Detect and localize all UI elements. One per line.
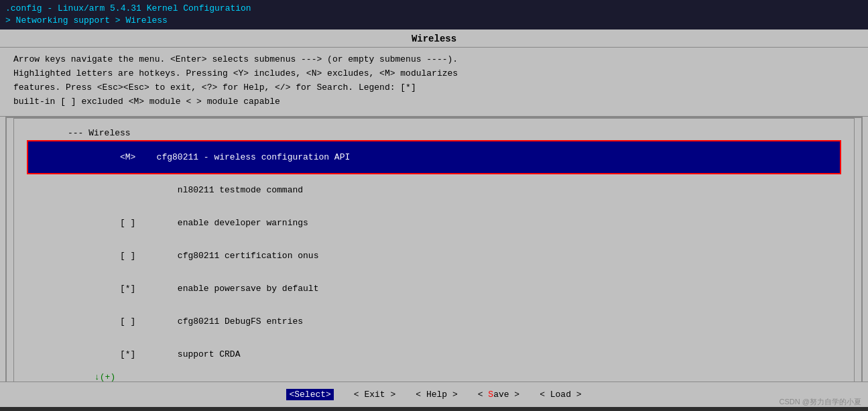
menu-item-text: [*] support CRDA (120, 349, 240, 359)
title-line1: .config - Linux/arm 5.4.31 Kernel Config… (5, 3, 863, 15)
menu-item-text: [ ] cfg80211 certification onus (120, 251, 318, 261)
menu-item-text: [*] enable powersave by default (120, 284, 318, 294)
menu-item-powersave[interactable]: [*] enable powersave by default (27, 272, 841, 305)
watermark: CSDN @努力自学的小夏 (780, 397, 861, 407)
save-s-letter: S (488, 390, 493, 400)
main-panel: Wireless Arrow keys navigate the menu. <… (0, 30, 868, 407)
menu-item-marker: <M> cfg80211 - wireless configuration AP… (120, 152, 350, 162)
help-line4: built-in [ ] excluded <M> module < > mod… (13, 95, 855, 109)
menu-item-nl80211[interactable]: nl80211 testmode command (27, 174, 841, 207)
title-bar: .config - Linux/arm 5.4.31 Kernel Config… (0, 0, 868, 30)
load-button[interactable]: < Load > (540, 390, 581, 400)
help-line1: Arrow keys navigate the menu. <Enter> se… (13, 53, 855, 67)
menu-item-text: [ ] enable developer warnings (120, 218, 308, 228)
menu-section-label: --- Wireless (27, 124, 841, 141)
menu-item-text: nl80211 testmode command (120, 185, 303, 195)
menu-item-debugfs[interactable]: [ ] cfg80211 DebugFS entries (27, 305, 841, 338)
main-window: .config - Linux/arm 5.4.31 Kernel Config… (0, 0, 868, 411)
save-button[interactable]: < Save > (478, 390, 519, 400)
menu-item-cfg80211[interactable]: <M> cfg80211 - wireless configuration AP… (27, 141, 841, 174)
menu-item-developer-warnings[interactable]: [ ] enable developer warnings (27, 207, 841, 239)
help-line3: features. Press <Esc><Esc> to exit, <?> … (13, 81, 855, 95)
menu-border: --- Wireless <M> cfg80211 - wireless con… (5, 117, 863, 391)
menu-area: --- Wireless <M> cfg80211 - wireless con… (13, 118, 855, 390)
help-text: Arrow keys navigate the menu. <Enter> se… (0, 48, 868, 116)
help-button[interactable]: < Help > (416, 390, 457, 400)
menu-item-certification-onus[interactable]: [ ] cfg80211 certification onus (27, 239, 841, 272)
menu-item-crda[interactable]: [*] support CRDA (27, 338, 841, 371)
help-line2: Highlighted letters are hotkeys. Pressin… (13, 67, 855, 81)
menu-item-text: [ ] cfg80211 DebugFS entries (120, 316, 303, 327)
title-line2: > Networking support > Wireless (5, 15, 863, 27)
exit-button[interactable]: < Exit > (354, 390, 395, 400)
select-button[interactable]: <Select> (286, 389, 333, 400)
panel-title: Wireless (0, 30, 868, 48)
bottom-nav: <Select> < Exit > < Help > < Save > < Lo… (0, 381, 868, 407)
